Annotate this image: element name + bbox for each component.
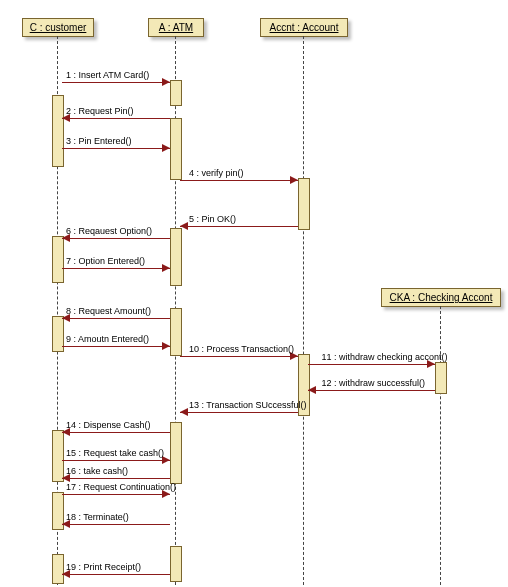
lifeline-label: C : customer — [30, 22, 87, 33]
checking-act-1 — [435, 362, 447, 394]
message-label-2: 2 : Request Pin() — [66, 106, 134, 116]
message-label-10: 10 : Process Transaction() — [189, 344, 294, 354]
message-label-9: 9 : Amoutn Entered() — [66, 334, 149, 344]
message-label-1: 1 : Insert ATM Card() — [66, 70, 149, 80]
message-line-15 — [62, 460, 170, 461]
atm-act-2 — [170, 118, 182, 180]
message-label-16: 16 : take cash() — [66, 466, 128, 476]
lifeline-dash-checking — [440, 306, 441, 585]
message-line-4 — [180, 180, 298, 181]
lifeline-label: A : ATM — [159, 22, 193, 33]
message-label-15: 15 : Request take cash() — [66, 448, 164, 458]
message-label-19: 19 : Print Receipt() — [66, 562, 141, 572]
message-line-11 — [308, 364, 435, 365]
account-act-1 — [298, 178, 310, 230]
message-line-10 — [180, 356, 298, 357]
atm-act-4 — [170, 308, 182, 356]
arrowhead-icon — [290, 176, 298, 184]
customer-act-1 — [52, 95, 64, 167]
message-line-5 — [180, 226, 298, 227]
message-line-1 — [62, 82, 170, 83]
sequence-diagram: C : customerA : ATMAccnt : AccountCKA : … — [0, 0, 508, 587]
atm-act-5 — [170, 422, 182, 484]
atm-act-3 — [170, 228, 182, 286]
message-label-17: 17 : Request Continuation() — [66, 482, 176, 492]
message-line-19 — [62, 574, 170, 575]
arrowhead-icon — [162, 342, 170, 350]
message-line-7 — [62, 268, 170, 269]
message-label-7: 7 : Option Entered() — [66, 256, 145, 266]
message-line-2 — [62, 118, 170, 119]
message-label-6: 6 : Reqauest Option() — [66, 226, 152, 236]
lifeline-head-checking: CKA : Checking Accont — [381, 288, 501, 307]
message-label-12: 12 : withdraw successful() — [322, 378, 426, 388]
message-line-18 — [62, 524, 170, 525]
message-label-5: 5 : Pin OK() — [189, 214, 236, 224]
lifeline-label: CKA : Checking Accont — [390, 292, 493, 303]
message-label-18: 18 : Terminate() — [66, 512, 129, 522]
message-label-13: 13 : Transaction SUccessful() — [189, 400, 307, 410]
arrowhead-icon — [162, 144, 170, 152]
message-label-4: 4 : verify pin() — [189, 168, 244, 178]
message-line-8 — [62, 318, 170, 319]
message-line-17 — [62, 494, 170, 495]
customer-act-6 — [52, 554, 64, 584]
atm-act-1 — [170, 80, 182, 106]
lifeline-dash-account — [303, 36, 304, 585]
lifeline-head-atm: A : ATM — [148, 18, 204, 37]
message-line-14 — [62, 432, 170, 433]
arrowhead-icon — [180, 408, 188, 416]
arrowhead-icon — [162, 264, 170, 272]
message-line-13 — [180, 412, 298, 413]
message-line-12 — [308, 390, 435, 391]
message-label-14: 14 : Dispense Cash() — [66, 420, 151, 430]
message-label-11: 11 : withdraw checking accont() — [322, 352, 448, 362]
lifeline-label: Accnt : Account — [270, 22, 339, 33]
arrowhead-icon — [180, 222, 188, 230]
arrowhead-icon — [162, 78, 170, 86]
lifeline-head-account: Accnt : Account — [260, 18, 348, 37]
message-line-6 — [62, 238, 170, 239]
message-line-9 — [62, 346, 170, 347]
arrowhead-icon — [308, 386, 316, 394]
atm-act-6 — [170, 546, 182, 582]
message-line-3 — [62, 148, 170, 149]
message-line-16 — [62, 478, 170, 479]
message-label-8: 8 : Request Amount() — [66, 306, 151, 316]
message-label-3: 3 : Pin Entered() — [66, 136, 132, 146]
lifeline-head-customer: C : customer — [22, 18, 94, 37]
customer-act-2 — [52, 236, 64, 283]
